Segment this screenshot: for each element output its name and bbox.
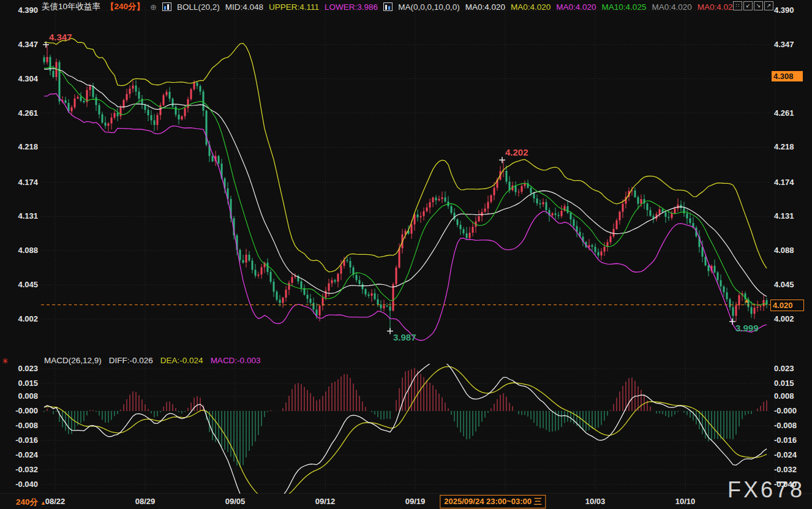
time-axis-label: 08/29: [135, 497, 156, 506]
price-axis-label-left: 4.218: [0, 142, 38, 152]
svg-text:3.999: 3.999: [735, 323, 759, 333]
boll-upper-value: UPPER:4.111: [269, 2, 319, 12]
price-axis-label-right: 4.218: [774, 142, 794, 152]
svg-text:3.987: 3.987: [393, 332, 416, 342]
macd-axis-label-left: -0.008: [0, 421, 38, 431]
extreme-marker: 3.987: [387, 328, 416, 342]
scale-down-left-icon[interactable]: ↙: [743, 1, 753, 10]
boll-lower-value: LOWER:3.986: [325, 2, 378, 12]
svg-text:4.347: 4.347: [49, 32, 72, 42]
ma-value: MA0:4.020: [556, 2, 596, 12]
chart-window: 4.3473.9874.2023.999 美债10年收益率 【240分】 ⊕ B…: [0, 0, 812, 509]
price-axis-label-left: 4.002: [0, 314, 38, 324]
time-axis-label: 10/03: [585, 497, 606, 506]
price-axis-label-left: 4.088: [0, 246, 38, 255]
price-axis-label-left: 4.261: [0, 108, 38, 118]
price-up-arrow-icon: ▲: [743, 297, 750, 304]
macd-axis-label-right: -0.032: [774, 465, 797, 475]
macd-axis-label-left: -0.016: [0, 435, 38, 445]
svg-text:4.202: 4.202: [505, 147, 528, 157]
macd-axis-label-left: -0.032: [0, 465, 38, 475]
main-chart-header: 美债10年收益率 【240分】 ⊕ BOLL(20,2) MID:4.048 U…: [42, 1, 737, 12]
boll-label: BOLL(20,2): [177, 2, 220, 12]
time-axis-label: 09/19: [405, 497, 426, 506]
macd-diff-value: DIFF:-0.026: [109, 356, 153, 365]
pan-tool-icon[interactable]: ∷: [733, 1, 742, 10]
price-axis-label-left: 4.045: [0, 280, 38, 290]
period-label[interactable]: 【240分】: [106, 1, 145, 12]
ma-indicator-icon: [383, 2, 393, 11]
macd-axis-label-right: -0.024: [774, 450, 797, 460]
macd-axis-label-left: -0.024: [0, 450, 38, 460]
price-axis-label-left: 4.131: [0, 211, 38, 221]
crosshair-date-box: 2025/09/24 23:00~03:00 三: [440, 495, 546, 508]
ma-params-label: MA(0,0,0,10,0,0): [398, 2, 460, 12]
chart-canvas[interactable]: 4.3473.9874.2023.999: [0, 0, 812, 509]
time-axis-label: 09/05: [225, 497, 246, 506]
ma-value: MA0:4.020: [465, 2, 505, 12]
price-axis-label-right: 4.045: [774, 280, 794, 290]
macd-axis-label-left: -0.040: [0, 480, 38, 489]
macd-axis-label-right: -0.016: [774, 435, 797, 445]
price-axis-label-left: 4.174: [0, 178, 38, 187]
ma-values: MA0:4.020MA0:4.020MA0:4.020MA10:4.025MA0…: [465, 2, 737, 12]
macd-histogram: [44, 368, 767, 467]
add-indicator-icon[interactable]: ⊕: [150, 2, 157, 12]
open-level-badge: 4.308: [772, 71, 803, 81]
macd-axis-label-right: 0.008: [774, 391, 794, 401]
price-axis-label-right: 4.002: [774, 314, 794, 324]
macd-axis-label-right: -0.000: [774, 406, 797, 416]
macd-hist-value: MACD:-0.003: [211, 356, 261, 365]
time-axis-label: 08/22: [45, 497, 66, 506]
price-axis-label-right: 4.174: [774, 178, 794, 187]
ma-value: MA0:4.020: [652, 2, 691, 12]
macd-axis-label-right: 0.015: [774, 379, 794, 388]
ma-value: MA0:4.020: [511, 2, 551, 12]
price-axis-label-right: 4.347: [774, 40, 794, 50]
macd-axis-label-left: 0.015: [0, 379, 38, 388]
price-axis-label-right: 4.131: [774, 211, 794, 221]
price-axis-label-right: 4.261: [774, 108, 794, 118]
price-axis-label-left: 4.347: [0, 40, 38, 50]
ma10-line: [44, 67, 767, 305]
ma-value: MA10:4.025: [602, 2, 647, 12]
symbol-title: 美债10年收益率: [42, 1, 100, 12]
price-axis-label-left: 4.390: [0, 6, 38, 15]
macd-dea-value: DEA:-0.024: [160, 356, 203, 365]
scale-down-right-icon[interactable]: ↘: [754, 1, 763, 10]
macd-params-label: MACD(26,12,9): [44, 356, 102, 365]
macd-axis-label-right: 0.023: [774, 364, 794, 374]
boll-indicator-icon: [162, 2, 171, 11]
chart-toolbar: ∷↙↘↗: [733, 1, 773, 10]
candlesticks: [43, 45, 768, 331]
watermark-logo: FX678: [727, 477, 805, 503]
gridlines: [0, 7, 812, 494]
macd-axis-label-left: -0.000: [0, 406, 38, 416]
time-axis-label: 10/10: [675, 497, 696, 506]
macd-header: MACD(26,12,9) DIFF:-0.026 DEA:-0.024 MAC…: [44, 356, 260, 365]
time-axis-label: 09/12: [315, 497, 336, 506]
price-axis-label-left: 4.304: [0, 74, 38, 84]
macd-axis-label-right: -0.008: [774, 421, 797, 431]
ma-value: MA0:4.020: [697, 2, 737, 12]
time-axis-bar: 240分▲ 08/2208/2909/0509/1209/1910/0310/1…: [0, 494, 812, 509]
indicator-settings-icon[interactable]: ✳: [2, 356, 9, 366]
price-axis-label-right: 4.390: [774, 6, 794, 15]
boll-lower-line: [44, 94, 767, 341]
macd-axis-label-left: 0.008: [0, 391, 38, 401]
jump-latest-icon[interactable]: ↗: [764, 1, 773, 10]
timeframe-button[interactable]: 240分▲: [16, 497, 46, 508]
last-price-badge: 4.020: [770, 300, 804, 311]
boll-mid-value: MID:4.048: [225, 2, 263, 12]
price-axis-label-right: 4.088: [774, 246, 794, 255]
